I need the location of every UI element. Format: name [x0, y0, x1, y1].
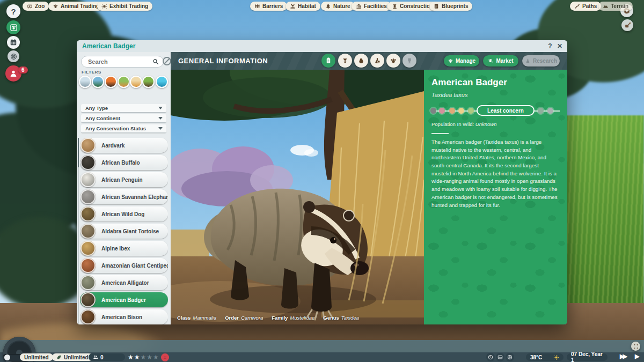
manage-button[interactable]: Manage — [444, 55, 479, 67]
help-icon: ? — [11, 7, 16, 16]
paw-icon — [10, 24, 18, 32]
animal-name: Alpine Ibex — [101, 246, 130, 252]
window-title: American Badger — [82, 42, 135, 50]
animal-thumbnail — [80, 189, 96, 204]
animal-list: Aardvark African Buffalo African Penguin… — [80, 138, 168, 324]
tab-enrichment[interactable] — [386, 54, 400, 68]
pillar-icon — [392, 3, 398, 9]
list-item-african-savannah-elephant[interactable]: African Savannah Elephant — [80, 189, 168, 204]
tab-research[interactable] — [370, 54, 384, 68]
list-scrollbar[interactable] — [78, 138, 79, 324]
list-item-american-alligator[interactable]: American Alligator — [80, 275, 168, 290]
terrain-button[interactable]: Terrain — [598, 2, 633, 11]
list-item-african-wild-dog[interactable]: African Wild Dog — [80, 206, 168, 221]
bug-icon — [101, 3, 107, 9]
continent-dropdown[interactable]: Any Continent — [81, 114, 166, 123]
path-icon — [574, 3, 580, 9]
conservation-dropdown[interactable]: Any Conservation Status — [81, 124, 166, 133]
scrollbar-thumb[interactable] — [78, 138, 79, 167]
taxonomy-family: FamilyMustelidae — [272, 315, 314, 321]
animal-name: African Penguin — [101, 177, 143, 183]
date-value: 07 Dec, Year 1 — [571, 351, 603, 362]
fast-forward-button[interactable]: ▶▶ — [620, 353, 626, 360]
camera-mode-button[interactable] — [8, 50, 19, 62]
guest-happiness-face — [161, 353, 169, 361]
conservation-dot — [430, 108, 436, 114]
tab-sales[interactable] — [354, 54, 368, 68]
list-item-amazonian-giant-centipede[interactable]: Amazonian Giant Centipede — [80, 258, 168, 273]
exhibit-trading-label: Exhibit Trading — [109, 3, 148, 9]
blueprints-button[interactable]: Blueprints — [429, 2, 472, 11]
world-view-button[interactable] — [506, 353, 514, 361]
biome-filter-tundra[interactable] — [79, 76, 91, 88]
market-button[interactable]: Market — [483, 55, 518, 67]
search-input[interactable] — [87, 58, 148, 65]
animal-trading-button[interactable]: Animal Trading — [48, 2, 104, 11]
star-icon: ★ — [141, 352, 147, 362]
list-item-alpine-ibex[interactable]: Alpine Ibex — [80, 241, 168, 256]
flask-lock-icon — [374, 57, 381, 64]
biome-filter-temperate[interactable] — [118, 76, 130, 88]
scenery-tools-button[interactable] — [621, 19, 633, 31]
list-item-aldabra-giant-tortoise[interactable]: Aldabra Giant Tortoise — [80, 224, 168, 239]
help-button[interactable]: ? — [6, 4, 20, 18]
paths-button[interactable]: Paths — [570, 2, 601, 11]
clear-filters-icon[interactable] — [163, 57, 171, 65]
biome-filter-taiga[interactable] — [92, 76, 104, 88]
paw-icon — [53, 3, 58, 9]
list-item-african-penguin[interactable]: African Penguin — [80, 172, 168, 187]
animal-name: Amazonian Giant Centipede — [101, 263, 168, 269]
play-button[interactable]: ▶ — [635, 353, 639, 360]
species-latin-name: Taxidea taxus — [431, 92, 467, 98]
animal-photo: ClassMammalia OrderCarnivora FamilyMuste… — [171, 70, 424, 324]
manage-label: Manage — [456, 58, 475, 64]
biome-filter-desert[interactable] — [130, 76, 142, 88]
zoo-button[interactable]: Zoo — [23, 2, 49, 11]
blueprint-icon — [434, 3, 440, 9]
guest-notification-badge: 6 — [18, 67, 28, 73]
list-item-african-buffalo[interactable]: African Buffalo — [80, 155, 168, 170]
tab-general-information[interactable] — [321, 54, 335, 68]
blueprints-label: Blueprints — [442, 3, 468, 9]
species-info-panel: American Badger Taxidea taxus Least conc… — [424, 70, 567, 324]
type-dropdown[interactable]: Any Type — [81, 104, 166, 113]
camera-mode-icon — [10, 53, 17, 60]
biome-filter-aquatic[interactable] — [156, 76, 168, 88]
camera-aperture-button[interactable] — [486, 353, 495, 361]
barriers-button[interactable]: Barriers — [250, 2, 287, 11]
photo-mode-button[interactable] — [496, 353, 504, 361]
list-item-american-badger[interactable]: American Badger — [80, 292, 168, 307]
population-in-wild: Population In Wild: Unknown — [431, 121, 496, 127]
animals-button[interactable] — [6, 20, 20, 34]
taxonomy-row: ClassMammalia OrderCarnivora FamilyMuste… — [177, 315, 359, 321]
leaf-icon — [56, 354, 62, 360]
biome-filter-grassland[interactable] — [105, 76, 117, 88]
habitat-button[interactable]: Habitat — [286, 2, 320, 11]
weather-widget[interactable]: 38°C — [526, 353, 564, 361]
list-item-aardvark[interactable]: Aardvark — [80, 138, 168, 153]
taxonomy-class: ClassMammalia — [177, 315, 216, 321]
tab-awards[interactable] — [402, 54, 416, 68]
facilities-button[interactable]: Facilities — [352, 2, 391, 11]
list-item-american-bison[interactable]: American Bison — [80, 309, 168, 324]
continent-dropdown-value: Any Continent — [85, 115, 120, 121]
screenshot-button[interactable] — [631, 342, 640, 351]
animal-thumbnail — [80, 258, 96, 273]
nature-button[interactable]: Nature — [321, 2, 355, 11]
conservation-credits: Unlimited — [52, 353, 93, 361]
calendar-button[interactable] — [7, 36, 20, 49]
conservation-dropdown-value: Any Conservation Status — [85, 125, 146, 131]
paw-icon — [448, 58, 453, 64]
paths-label: Paths — [582, 3, 597, 9]
animal-name: American Alligator — [101, 280, 149, 286]
research-button[interactable]: Research — [522, 55, 560, 67]
paw-cursor-icon — [488, 58, 494, 64]
search-box — [81, 56, 164, 68]
window-help-button[interactable]: ? — [546, 42, 554, 50]
window-close-button[interactable]: ✕ — [555, 42, 564, 50]
biome-filter-tropical[interactable] — [142, 76, 155, 88]
exhibit-trading-button[interactable]: Exhibit Trading — [97, 2, 152, 11]
tab-nutrition[interactable] — [338, 54, 352, 68]
window-header: American Badger — [77, 40, 567, 52]
toggle-knob — [4, 354, 10, 360]
